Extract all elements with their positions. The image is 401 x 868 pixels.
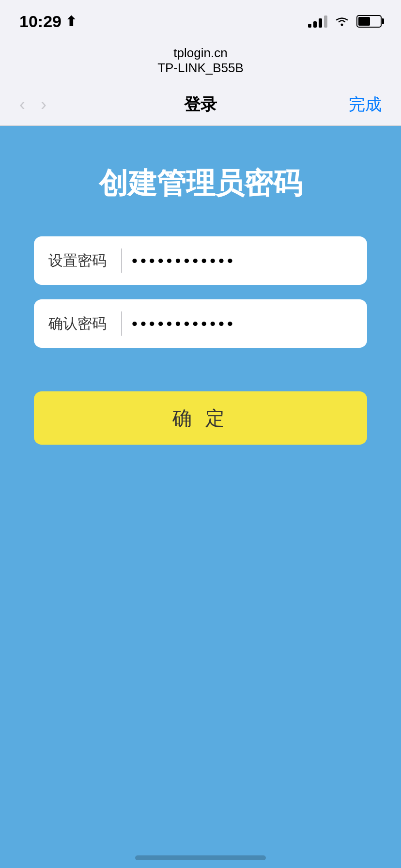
- back-button[interactable]: ‹: [19, 94, 25, 115]
- set-password-field: 设置密码: [34, 236, 367, 285]
- confirm-password-field: 确认密码: [34, 299, 367, 348]
- field-divider-2: [121, 311, 122, 336]
- status-time: 10:29 ⬆: [19, 12, 77, 31]
- location-arrow-icon: ⬆: [65, 14, 77, 30]
- confirm-button[interactable]: 确 定: [34, 391, 367, 445]
- url-network: TP-LINK_B55B: [19, 61, 382, 76]
- nav-bar: ‹ › 登录 完成: [0, 83, 401, 126]
- url-domain: tplogin.cn: [19, 46, 382, 61]
- status-icons: [308, 15, 382, 28]
- done-button[interactable]: 完成: [349, 93, 382, 116]
- create-password-title: 创建管理员密码: [99, 165, 302, 202]
- time-text: 10:29: [19, 12, 62, 31]
- set-password-label: 设置密码: [48, 251, 111, 271]
- svg-point-0: [341, 24, 343, 26]
- field-divider: [121, 248, 122, 273]
- signal-icon: [308, 15, 327, 28]
- set-password-input[interactable]: [132, 251, 353, 270]
- url-bar: tplogin.cn TP-LINK_B55B: [0, 43, 401, 83]
- forward-button[interactable]: ›: [41, 94, 46, 115]
- wifi-icon: [334, 16, 350, 27]
- confirm-password-input[interactable]: [132, 314, 353, 333]
- page-title-nav: 登录: [184, 93, 217, 116]
- status-bar: 10:29 ⬆: [0, 0, 401, 43]
- confirm-password-label: 确认密码: [48, 314, 111, 334]
- battery-icon: [356, 15, 382, 28]
- home-bar: [135, 855, 266, 860]
- main-content: 创建管理员密码 设置密码 确认密码 确 定: [0, 126, 401, 835]
- home-indicator: [0, 835, 401, 868]
- nav-arrows: ‹ ›: [19, 94, 46, 115]
